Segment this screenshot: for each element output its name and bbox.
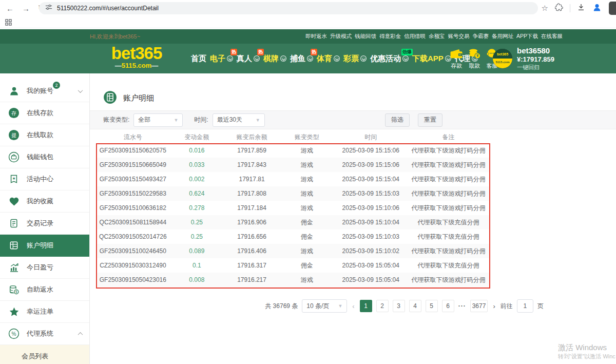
- nav-item-2[interactable]: 真人热: [236, 54, 261, 64]
- nav-item-3[interactable]: 棋牌: [262, 54, 287, 64]
- table-cell: 17917.81: [224, 176, 279, 183]
- sidebar-item-12[interactable]: 会员列表: [0, 345, 89, 364]
- bookmark-star-icon[interactable]: ☆: [542, 4, 548, 13]
- sidebar-item-1[interactable]: 存在线存款: [0, 102, 89, 124]
- table-cell: 0.25: [169, 233, 224, 240]
- extensions-icon[interactable]: [555, 3, 563, 13]
- chevron-down-circle-icon[interactable]: [402, 55, 409, 62]
- sidebar-item-2[interactable]: 提在线取款: [0, 124, 89, 146]
- sidebar-item-9[interactable]: $自助返水: [0, 279, 89, 301]
- account-summary: bet365 5115.com bet36580 ¥:17917.859 一键回…: [493, 46, 554, 71]
- sidebar-item-4[interactable]: ★活动中心: [0, 168, 89, 190]
- nav-item-6[interactable]: 彩票: [342, 54, 368, 64]
- site-logo[interactable]: bet365 —5115.com—: [101, 45, 172, 69]
- sidebar-item-label: 在线存款: [27, 108, 53, 118]
- topbar-link-4[interactable]: 信用借呗: [404, 33, 426, 40]
- page-button-2[interactable]: 2: [376, 300, 389, 312]
- topbar-link-3[interactable]: 得意彩金: [379, 33, 401, 40]
- sidebar-item-11[interactable]: %代理系统: [0, 323, 89, 345]
- table-cell: 17917.859: [224, 147, 279, 154]
- type-filter-select[interactable]: 全部▼: [133, 113, 183, 127]
- sidebar-item-label: 自助返水: [27, 285, 53, 294]
- filter-button[interactable]: 筛选: [385, 113, 410, 127]
- chevron-down-circle-icon[interactable]: [334, 55, 340, 62]
- apps-grid-icon[interactable]: [5, 18, 12, 28]
- table-cell: 代理获取下级游戏打码分佣: [407, 161, 490, 169]
- sidebar-item-10[interactable]: 幸运注单: [0, 301, 89, 323]
- profile-avatar-icon[interactable]: [592, 2, 602, 14]
- quick-action-1[interactable]: ¥取款: [468, 48, 481, 70]
- sidebar-item-label: 我的账号2: [27, 86, 53, 95]
- topbar-link-2[interactable]: 钱能回馈: [355, 33, 376, 40]
- sidebar-item-7[interactable]: 账户明细: [0, 235, 89, 257]
- table-row: GF250309151504934270.00217917.81游戏2025-0…: [97, 172, 490, 186]
- topbar-link-6[interactable]: 账号交易: [448, 33, 469, 40]
- table-cell: 0.033: [169, 161, 224, 168]
- table-cell: QC25030915052014726: [97, 233, 169, 240]
- address-bar[interactable]: 511500222.com/#/user/accountDetail: [39, 2, 538, 14]
- chevron-down-circle-icon[interactable]: [280, 55, 286, 62]
- main-content: 账户明细 账变类型: 全部▼ 时间: 最近30天▼ 筛选 重置 流水号变动金额账…: [90, 73, 616, 364]
- sidebar-item-0[interactable]: 我的账号2: [0, 80, 89, 102]
- chevron-down-circle-icon[interactable]: [360, 55, 367, 62]
- goto-page-input[interactable]: [517, 299, 533, 313]
- page-button-1[interactable]: 1: [360, 300, 372, 312]
- sidebar-item-8[interactable]: 今日盈亏: [0, 257, 89, 279]
- table-cell: GF25030915150665049: [97, 161, 169, 168]
- browser-menu-chip[interactable]: [609, 2, 616, 15]
- url-text[interactable]: 511500222.com/#/user/accountDetail: [57, 5, 159, 12]
- table-cell: 2025-03-09 15:10:02: [334, 247, 407, 255]
- topbar-link-10[interactable]: 在线客服: [541, 33, 563, 40]
- nav-item-4[interactable]: 捕鱼热: [289, 54, 314, 64]
- chevron-down-circle-icon[interactable]: [307, 55, 313, 62]
- forward-icon[interactable]: →: [22, 4, 30, 13]
- nav-item-label: 体育: [317, 54, 332, 64]
- topbar-link-8[interactable]: 备用网址: [492, 33, 513, 40]
- sidebar-item-3[interactable]: 钱能钱包: [0, 146, 89, 168]
- page-button-3677[interactable]: 3677: [470, 300, 488, 312]
- deposit-icon: 存: [8, 107, 20, 119]
- sidebar-item-5[interactable]: 我的收藏: [0, 190, 89, 213]
- nav-item-7[interactable]: 优惠活动劲爆: [369, 54, 410, 64]
- reset-button[interactable]: 重置: [418, 113, 442, 127]
- table-cell: 游戏: [279, 276, 334, 284]
- page-button-4[interactable]: 4: [409, 300, 421, 312]
- time-filter-select[interactable]: 最近30天▼: [213, 113, 265, 127]
- page-button-6[interactable]: 6: [442, 300, 454, 312]
- downloads-icon[interactable]: [577, 3, 585, 13]
- topbar-link-5[interactable]: 余额宝: [429, 33, 445, 40]
- page-size-select[interactable]: 10 条/页▼: [302, 299, 347, 313]
- sidebar-item-6[interactable]: 交易记录: [0, 213, 89, 235]
- chevron-down-circle-icon[interactable]: [227, 55, 233, 62]
- topbar-link-0[interactable]: 即时返水: [305, 33, 327, 40]
- nav-item-0[interactable]: 首页: [190, 54, 207, 64]
- topbar-link-9[interactable]: APP下载: [516, 33, 538, 40]
- page-button-5[interactable]: 5: [426, 300, 438, 312]
- topbar-link-7[interactable]: 争霸赛: [472, 33, 489, 40]
- back-icon[interactable]: ←: [6, 4, 14, 13]
- table-cell: 游戏: [279, 204, 334, 213]
- chevron-down-circle-icon[interactable]: [254, 55, 260, 62]
- table-cell: 代理获取下级充值分佣: [407, 218, 490, 227]
- page-button-3[interactable]: 3: [393, 300, 405, 312]
- site-settings-icon[interactable]: [45, 4, 52, 13]
- nav-item-5[interactable]: 体育: [316, 54, 341, 64]
- quick-action-0[interactable]: 存款: [450, 48, 464, 70]
- agent-system-icon: %: [8, 328, 20, 339]
- sidebar-item-label: 交易记录: [27, 219, 53, 228]
- logo-domain: —5115.com—: [101, 62, 172, 69]
- table-cell: 0.278: [169, 204, 224, 212]
- table-body: GF250309151506205750.01617917.859游戏2025-…: [97, 143, 490, 287]
- nav-item-label: 棋牌: [263, 54, 279, 64]
- table-cell: 2025-03-09 15:15:06: [334, 161, 407, 168]
- sidebar: 我的账号2存在线存款提在线取款钱能钱包★活动中心我的收藏交易记录账户明细今日盈亏…: [0, 73, 90, 364]
- nav-item-1[interactable]: 电子热: [209, 54, 234, 64]
- table-row: QC250309150811589440.2517916.906佣金2025-0…: [97, 215, 490, 229]
- nav-item-8[interactable]: 下载APP: [411, 54, 452, 64]
- topbar-link-1[interactable]: 升级模式: [330, 33, 352, 40]
- next-page-icon[interactable]: ›: [492, 302, 496, 310]
- prev-page-icon[interactable]: ‹: [351, 302, 355, 310]
- chevron-down-icon: ▼: [256, 118, 260, 123]
- one-click-return-link[interactable]: 一键回归: [517, 64, 554, 71]
- username: bet36580: [517, 46, 554, 55]
